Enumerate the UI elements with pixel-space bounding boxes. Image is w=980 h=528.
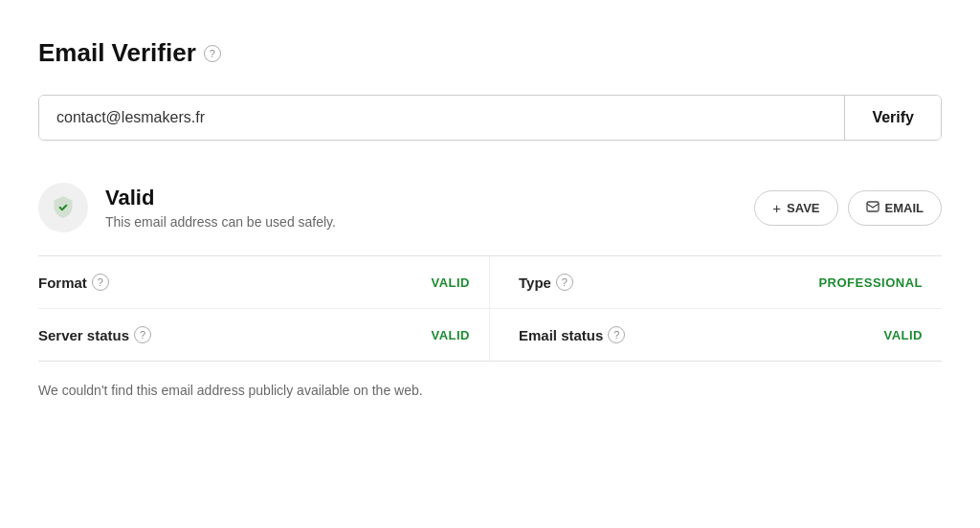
detail-label-format: Format ? — [38, 274, 109, 291]
footer-note-text: We couldn't find this email address publ… — [38, 383, 423, 398]
plus-icon: + — [772, 200, 781, 216]
email-icon — [866, 201, 880, 215]
result-status: Valid — [105, 186, 336, 210]
detail-cell-email-status: Email status ? VALID — [490, 308, 942, 361]
result-text: Valid This email address can be used saf… — [105, 186, 336, 230]
type-value: PROFESSIONAL — [818, 275, 923, 290]
shield-badge — [38, 183, 88, 232]
format-value: VALID — [431, 275, 470, 290]
detail-cell-format: Format ? VALID — [38, 256, 490, 308]
detail-label-email-status: Email status ? — [519, 326, 625, 343]
email-status-value: VALID — [883, 328, 923, 342]
format-help-icon[interactable]: ? — [92, 274, 109, 291]
server-status-help-icon[interactable]: ? — [134, 326, 151, 343]
search-row: Verify — [38, 95, 942, 141]
shield-icon — [51, 195, 76, 220]
result-left: Valid This email address can be used saf… — [38, 183, 336, 232]
svg-rect-0 — [867, 202, 879, 211]
result-description: This email address can be used safely. — [105, 214, 336, 230]
result-row: Valid This email address can be used saf… — [38, 167, 942, 256]
email-input[interactable] — [39, 96, 844, 140]
page-title-row: Email Verifier ? — [38, 38, 942, 68]
details-grid: Format ? VALID Type ? PROFESSIONAL Serve… — [38, 256, 942, 362]
footer-note: We couldn't find this email address publ… — [38, 362, 942, 407]
email-label: EMAIL — [885, 201, 924, 215]
result-actions: + SAVE EMAIL — [754, 190, 942, 226]
type-help-icon[interactable]: ? — [556, 274, 573, 291]
type-label: Type — [519, 275, 551, 291]
title-help-icon[interactable]: ? — [204, 45, 221, 62]
email-status-label: Email status — [519, 327, 603, 343]
verify-button[interactable]: Verify — [844, 96, 941, 140]
server-status-value: VALID — [431, 328, 470, 342]
save-label: SAVE — [787, 201, 819, 215]
email-status-help-icon[interactable]: ? — [608, 326, 625, 343]
detail-label-server-status: Server status ? — [38, 326, 151, 343]
email-button[interactable]: EMAIL — [848, 190, 942, 226]
detail-cell-server-status: Server status ? VALID — [38, 308, 490, 361]
format-label: Format — [38, 275, 87, 291]
detail-cell-type: Type ? PROFESSIONAL — [490, 256, 942, 308]
server-status-label: Server status — [38, 327, 129, 343]
detail-label-type: Type ? — [519, 274, 573, 291]
page-title: Email Verifier — [38, 38, 196, 68]
save-button[interactable]: + SAVE — [754, 190, 837, 226]
